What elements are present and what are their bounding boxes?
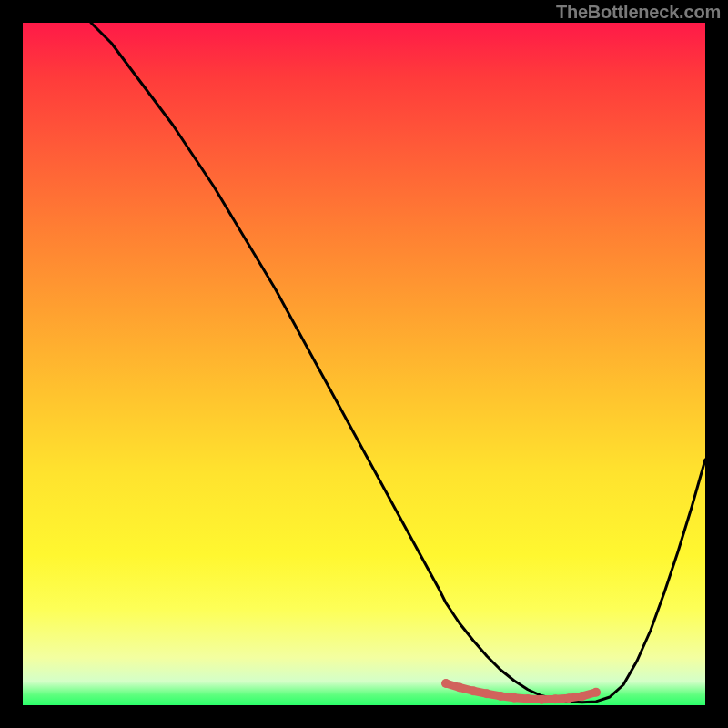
bottleneck-dot — [441, 679, 450, 688]
chart-plot-area — [23, 23, 705, 705]
watermark-text: TheBottleneck.com — [556, 2, 721, 23]
bottleneck-dot — [537, 695, 546, 704]
bottleneck-dot — [469, 686, 478, 695]
bottleneck-dot — [482, 689, 491, 698]
bottleneck-dot — [510, 693, 519, 703]
bottleneck-dot — [564, 693, 573, 703]
bottleneck-dot — [578, 692, 587, 701]
bottleneck-dot — [496, 692, 505, 701]
bottleneck-dot — [455, 683, 464, 693]
chart-svg-layer — [23, 23, 705, 705]
bottleneck-dot — [551, 694, 560, 703]
bottleneck-dot — [592, 688, 601, 697]
bottleneck-curve — [91, 23, 705, 703]
bottleneck-dot — [523, 694, 532, 703]
